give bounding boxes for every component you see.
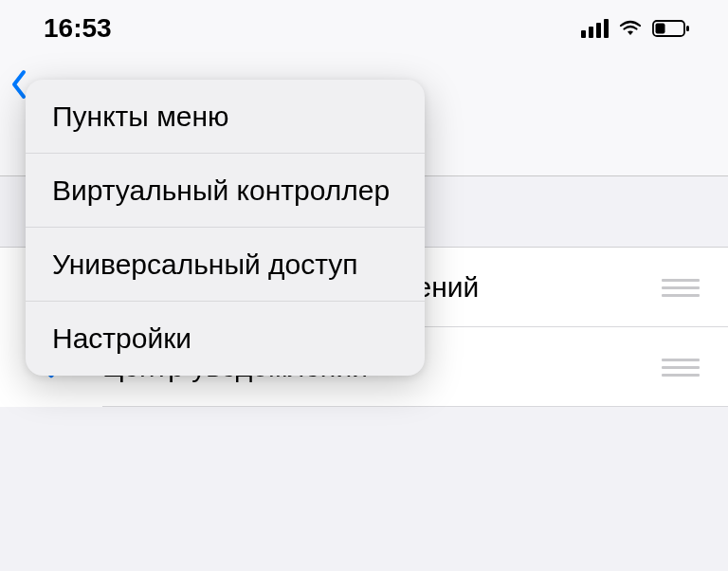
drag-handle-icon[interactable]: [662, 279, 700, 297]
drag-handle-icon[interactable]: [662, 359, 700, 377]
status-bar: 16:53: [0, 0, 728, 57]
popover-item-label: Виртуальный контроллер: [52, 175, 390, 207]
status-time: 16:53: [44, 13, 112, 44]
breadcrumb-popover: Пункты меню Виртуальный контроллер Униве…: [26, 80, 425, 376]
wifi-icon: [618, 19, 643, 38]
popover-item-assistive-touch[interactable]: Виртуальный контроллер: [26, 154, 425, 228]
popover-item-accessibility[interactable]: Универсальный доступ: [26, 228, 425, 302]
battery-icon: [652, 19, 690, 38]
popover-item-label: Настройки: [52, 322, 191, 355]
popover-item-label: Универсальный доступ: [52, 249, 358, 281]
svg-rect-1: [656, 24, 665, 34]
popover-item-label: Пункты меню: [52, 101, 229, 133]
popover-item-menu-items[interactable]: Пункты меню: [26, 80, 425, 154]
cellular-signal-icon: [581, 19, 609, 38]
svg-rect-2: [686, 26, 689, 31]
status-icons: [581, 19, 690, 38]
popover-item-settings[interactable]: Настройки: [26, 302, 425, 376]
